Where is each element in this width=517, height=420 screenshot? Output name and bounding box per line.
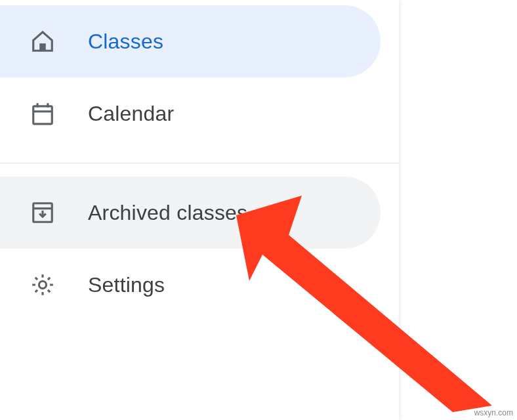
sidebar-item-label: Classes <box>88 30 163 54</box>
gear-icon <box>30 272 55 297</box>
sidebar-item-label: Settings <box>88 273 165 297</box>
sidebar-item-classes[interactable]: Classes <box>0 5 381 77</box>
watermark: wsxyn.com <box>474 408 513 417</box>
sidebar-item-label: Archived classes <box>88 201 247 225</box>
archive-icon <box>30 200 55 225</box>
home-icon <box>30 29 55 54</box>
svg-point-8 <box>39 281 46 288</box>
sidebar-item-label: Calendar <box>88 102 174 126</box>
sidebar-item-calendar[interactable]: Calendar <box>0 77 381 150</box>
sidebar: Classes Calendar Archived classes <box>0 0 399 420</box>
calendar-icon <box>30 101 55 126</box>
sidebar-item-archived-classes[interactable]: Archived classes <box>0 177 381 249</box>
svg-rect-1 <box>33 106 52 124</box>
divider <box>0 163 399 163</box>
svg-rect-0 <box>39 43 46 51</box>
sidebar-item-settings[interactable]: Settings <box>0 249 381 321</box>
